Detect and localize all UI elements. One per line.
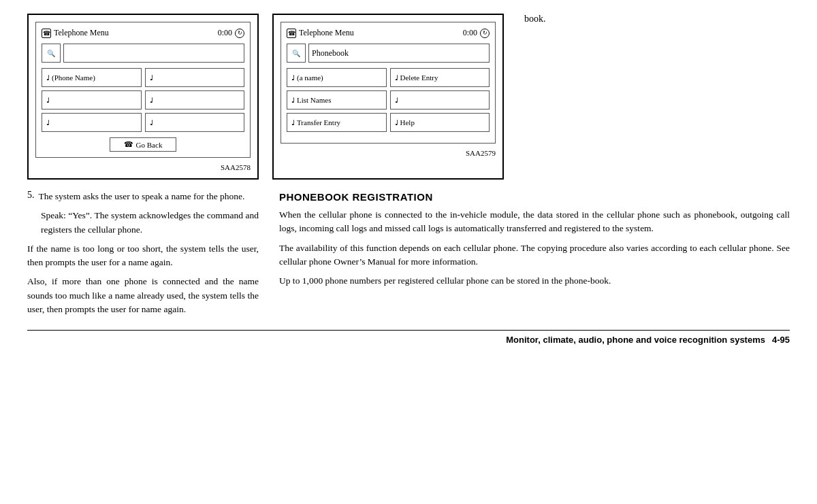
screen2-btn-listnames-label: List Names (297, 96, 331, 104)
item5-text: The system asks the user to speak a name… (39, 190, 245, 203)
footer-text: Monitor, climate, audio, phone and voice… (506, 335, 765, 345)
screen2-title: Telephone Menu (299, 28, 354, 38)
screen2-btn-help[interactable]: ♩ Help (390, 113, 490, 132)
screen1-go-back-row: ☎ Go Back (42, 137, 244, 152)
music-icon-6: ♩ (150, 119, 153, 127)
right-column: PHONEBOOK REGISTRATION When the cellular… (279, 190, 790, 316)
left-para-1: If the name is too long or too short, th… (27, 242, 259, 270)
screen1-btn-5[interactable]: ♩ (42, 113, 142, 132)
screen2-inner: ☎ Telephone Menu 0:00 ↻ 🔍 (281, 22, 496, 144)
item5-number: 5. (27, 190, 35, 203)
screen2-btn-aname-label: (a name) (297, 73, 323, 82)
screen2-btn-aname[interactable]: ♩ (a name) (287, 68, 387, 87)
screen2-btn-transfer[interactable]: ♩ Transfer Entry (287, 113, 387, 132)
screen2-btn-help-label: Help (400, 118, 415, 127)
screen1-btn-phone-name[interactable]: ♩ (Phone Name) (42, 68, 142, 87)
screen1-search-icon: 🔍 (42, 44, 61, 63)
circle-arrow-1: ↻ (235, 29, 244, 38)
top-section: ☎ Telephone Menu 0:00 ↻ 🔍 (27, 14, 790, 180)
screen1-btn-6[interactable]: ♩ (145, 113, 245, 132)
screen1-go-back-label: Go Back (136, 141, 163, 149)
right-para-2: The availability of this function depend… (279, 241, 790, 269)
music-icon-4: ♩ (150, 97, 153, 104)
screen2-time: 0:00 (463, 28, 477, 38)
screen2-header-left: ☎ Telephone Menu (287, 28, 354, 38)
music-icon-s2-4: ♩ (395, 97, 398, 104)
phone-icon-1: ☎ (42, 29, 51, 38)
screen2-btn-4[interactable]: ♩ (390, 90, 490, 110)
book-label: book. (524, 14, 546, 24)
music-icon-5: ♩ (46, 119, 50, 127)
screen1-header-right: 0:00 ↻ (218, 28, 244, 38)
music-icon-3: ♩ (46, 97, 50, 104)
screen1-box: ☎ Telephone Menu 0:00 ↻ 🔍 (27, 14, 259, 180)
screen1-search-box (63, 44, 244, 63)
footer-page: 4-95 (772, 335, 790, 345)
right-para-1: When the cellular phone is connected to … (279, 208, 790, 236)
left-column: 5. The system asks the user to speak a n… (27, 190, 259, 316)
circle-arrow-2: ↻ (480, 29, 490, 38)
music-icon-1: ♩ (46, 74, 50, 82)
music-icon-s2-2: ♩ (395, 74, 398, 82)
bottom-section: 5. The system asks the user to speak a n… (27, 190, 790, 316)
music-icon-s2-5: ♩ (291, 119, 295, 127)
phone-icon-2: ☎ (287, 29, 296, 38)
screen2-search-icon: 🔍 (287, 44, 306, 63)
screen2-btn-delete-label: Delete Entry (400, 73, 438, 82)
music-icon-2: ♩ (150, 74, 153, 82)
screen2-btn-transfer-label: Transfer Entry (297, 118, 340, 127)
screen2-search-row: 🔍 Phonebook (287, 44, 490, 63)
screen1-search-row: 🔍 (42, 44, 244, 63)
screen2-phonebook-label: Phonebook (312, 48, 349, 58)
item5-sub-para: Speak: “Yes”. The system acknowledges th… (41, 209, 259, 237)
screen2-button-grid: ♩ (a name) ♩ Delete Entry ♩ List Names (287, 68, 490, 132)
screen2-btn-listnames[interactable]: ♩ List Names (287, 90, 387, 110)
screen1-title: Telephone Menu (54, 28, 109, 38)
right-para-3: Up to 1,000 phone numbers per registered… (279, 274, 790, 288)
music-icon-s2-3: ♩ (291, 97, 295, 104)
music-icon-s2-1: ♩ (291, 74, 295, 82)
screen-diagrams: ☎ Telephone Menu 0:00 ↻ 🔍 (27, 14, 504, 180)
screen1-time: 0:00 (218, 28, 232, 38)
screen2-header: ☎ Telephone Menu 0:00 ↻ (287, 28, 490, 38)
section-title: PHONEBOOK REGISTRATION (279, 191, 790, 203)
left-para-2: Also, if more than one phone is connecte… (27, 275, 259, 316)
screen1-btn-2[interactable]: ♩ (145, 68, 245, 87)
screen2-btn-delete[interactable]: ♩ Delete Entry (390, 68, 490, 87)
screen1-btn-phone-name-label: (Phone Name) (52, 73, 95, 82)
go-back-phone-icon: ☎ (124, 140, 133, 149)
screen2-saa: SAA2579 (281, 149, 496, 157)
screen2-header-right: 0:00 ↻ (463, 28, 490, 38)
music-icon-s2-6: ♩ (395, 119, 398, 127)
screen1-go-back-btn[interactable]: ☎ Go Back (110, 137, 177, 152)
page-footer: Monitor, climate, audio, phone and voice… (27, 330, 790, 345)
screen1-inner: ☎ Telephone Menu 0:00 ↻ 🔍 (35, 22, 251, 158)
page-content: ☎ Telephone Menu 0:00 ↻ 🔍 (27, 14, 790, 345)
screen1-button-grid: ♩ (Phone Name) ♩ ♩ ♩ ♩ (42, 68, 244, 132)
numbered-item-5: 5. The system asks the user to speak a n… (27, 190, 259, 203)
screen1-header-left: ☎ Telephone Menu (42, 28, 109, 38)
screen1-btn-4[interactable]: ♩ (145, 90, 245, 110)
screen1-header: ☎ Telephone Menu 0:00 ↻ (42, 28, 244, 38)
screen1-btn-3[interactable]: ♩ (42, 90, 142, 110)
screen2-box: ☎ Telephone Menu 0:00 ↻ 🔍 (272, 14, 504, 180)
screen1-saa: SAA2578 (35, 163, 251, 171)
screen2-search-box: Phonebook (308, 44, 490, 63)
